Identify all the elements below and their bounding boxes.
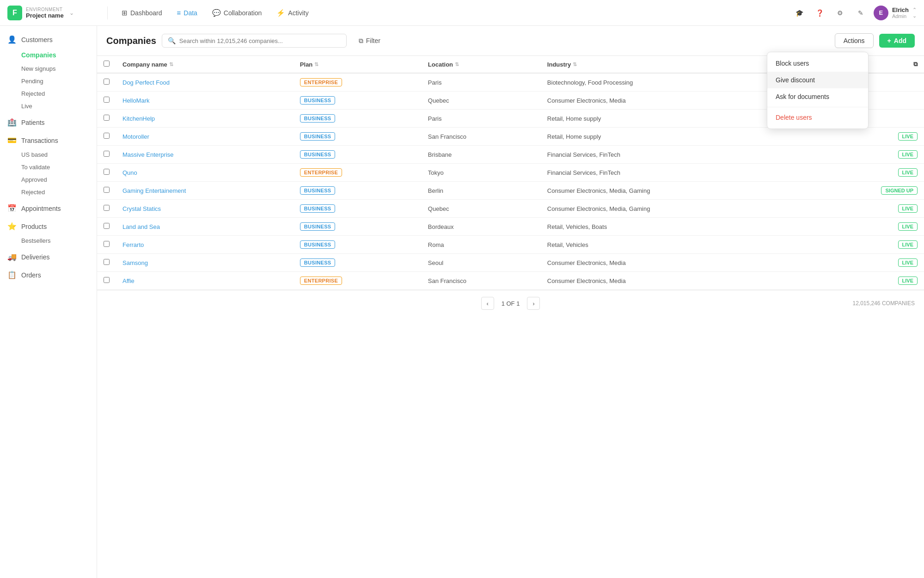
plan-badge: BUSINESS (300, 204, 336, 213)
row-select-checkbox[interactable] (104, 133, 110, 139)
sidebar-section-orders: 📋 Orders (0, 267, 97, 283)
table-row: Affie ENTERPRISE San Francisco Consumer … (97, 272, 924, 290)
plan-badge: BUSINESS (300, 96, 336, 105)
sidebar-item-approved[interactable]: Approved (0, 173, 97, 186)
sidebar-item-orders[interactable]: 📋 Orders (0, 267, 97, 283)
add-button[interactable]: + Add (879, 34, 915, 48)
nav-activity[interactable]: ⚡ Activity (270, 6, 315, 20)
plan-badge: BUSINESS (300, 222, 336, 231)
company-name-cell[interactable]: Quno (116, 164, 294, 182)
company-name-cell[interactable]: Affie (116, 272, 294, 290)
company-name-sort-icon: ⇅ (169, 61, 173, 68)
settings-icon-btn[interactable]: ⚙ (833, 6, 848, 20)
row-select-checkbox[interactable] (104, 205, 110, 211)
header-plan[interactable]: Plan ⇅ (294, 56, 422, 73)
sidebar-item-appointments[interactable]: 📅 Appointments (0, 200, 97, 216)
select-all-checkbox[interactable] (104, 61, 110, 67)
company-name-cell[interactable]: Land and Sea (116, 218, 294, 236)
row-select-checkbox[interactable] (104, 259, 110, 265)
search-box[interactable]: 🔍 (162, 34, 347, 48)
dropdown-item-block-users[interactable]: Block users (767, 55, 868, 72)
actions-button[interactable]: Actions (835, 33, 874, 48)
add-label: Add (894, 37, 906, 44)
plan-cell: BUSINESS (294, 254, 422, 272)
plan-badge: ENTERPRISE (300, 78, 342, 86)
sidebar-item-customers[interactable]: 👤 Customers (0, 31, 97, 48)
brand-chevron-icon[interactable]: ⌄ (69, 10, 74, 16)
row-select-checkbox[interactable] (104, 151, 110, 157)
sidebar-item-companies[interactable]: Companies (0, 48, 97, 62)
sidebar-section-deliveries: 🚚 Deliveries (0, 249, 97, 265)
sidebar-item-deliveries[interactable]: 🚚 Deliveries (0, 249, 97, 265)
row-checkbox (97, 146, 116, 164)
dropdown-item-give-discount[interactable]: Give discount (767, 72, 868, 88)
pagination-prev-button[interactable]: ‹ (481, 297, 494, 310)
sidebar-item-to-validate[interactable]: To validate (0, 161, 97, 173)
status-cell: LIVE (810, 164, 924, 182)
row-select-checkbox[interactable] (104, 241, 110, 247)
sidebar-transactions-label: Transactions (21, 137, 58, 144)
row-select-checkbox[interactable] (104, 187, 110, 193)
nav-collaboration[interactable]: 💬 Collaboration (206, 6, 269, 20)
nav-data-label: Data (184, 9, 197, 17)
industry-cell: Consumer Electronics, Media (541, 272, 810, 290)
user-profile[interactable]: E Elrich Admin ⌃⌄ (874, 6, 917, 20)
company-name-cell[interactable]: HelloMark (116, 92, 294, 110)
sidebar-item-us-based[interactable]: US based (0, 148, 97, 161)
row-select-checkbox[interactable] (104, 277, 110, 283)
graduation-icon-btn[interactable]: 🎓 (792, 6, 807, 20)
sidebar-item-live[interactable]: Live (0, 100, 97, 112)
row-select-checkbox[interactable] (104, 97, 110, 103)
row-checkbox (97, 254, 116, 272)
company-name-cell[interactable]: Ferrarto (116, 236, 294, 254)
dropdown-item-delete-users[interactable]: Delete users (767, 109, 868, 126)
header-location[interactable]: Location ⇅ (422, 56, 541, 73)
header-company-name[interactable]: Company name ⇅ (116, 56, 294, 73)
dropdown-item-ask-documents[interactable]: Ask for documents (767, 88, 868, 105)
nav-data[interactable]: ≡ Data (171, 6, 204, 19)
sidebar-item-new-signups[interactable]: New signups (0, 62, 97, 75)
company-name-cell[interactable]: Gaming Entertainement (116, 182, 294, 200)
company-name-cell[interactable]: Crystal Statics (116, 200, 294, 218)
company-name-cell[interactable]: Massive Enterprise (116, 146, 294, 164)
sidebar-item-products[interactable]: ⭐ Products (0, 218, 97, 234)
sidebar-item-pending[interactable]: Pending (0, 75, 97, 87)
sidebar-section-transactions: 💳 Transactions US based To validate Appr… (0, 132, 97, 198)
filter-button[interactable]: ⧉ Filter (352, 34, 387, 48)
column-filter-icon[interactable]: ⧉ (913, 61, 918, 68)
pagination-next-button[interactable]: › (527, 297, 540, 310)
location-cell: Quebec (422, 200, 541, 218)
sidebar: 👤 Customers Companies New signups Pendin… (0, 26, 97, 578)
row-select-checkbox[interactable] (104, 169, 110, 175)
location-cell: Brisbane (422, 146, 541, 164)
sidebar-item-transactions[interactable]: 💳 Transactions (0, 132, 97, 148)
sidebar-products-label: Products (21, 223, 47, 230)
nav-dashboard[interactable]: ⊞ Dashboard (115, 6, 169, 20)
search-input[interactable] (179, 37, 341, 44)
company-name-cell[interactable]: KitchenHelp (116, 110, 294, 128)
sidebar-item-rejected-customers[interactable]: Rejected (0, 87, 97, 100)
sidebar-item-patients[interactable]: 🏥 Patients (0, 114, 97, 130)
location-cell: Paris (422, 110, 541, 128)
industry-cell: Financial Services, FinTech (541, 146, 810, 164)
row-select-checkbox[interactable] (104, 79, 110, 85)
sidebar-item-rejected-transactions[interactable]: Rejected (0, 186, 97, 198)
help-icon-btn[interactable]: ❓ (813, 6, 827, 20)
brand-icon: F (7, 6, 22, 20)
dropdown-divider (767, 107, 868, 107)
row-select-checkbox[interactable] (104, 115, 110, 121)
row-checkbox (97, 200, 116, 218)
row-select-checkbox[interactable] (104, 223, 110, 229)
sidebar-item-bestsellers[interactable]: Bestsellers (0, 234, 97, 247)
plan-badge: BUSINESS (300, 132, 336, 141)
activity-icon: ⚡ (276, 9, 285, 17)
company-name-cell[interactable]: Dog Perfect Food (116, 73, 294, 92)
company-name-cell[interactable]: Samsong (116, 254, 294, 272)
data-icon: ≡ (177, 9, 181, 17)
status-cell: LIVE (810, 128, 924, 146)
actions-dropdown-menu: Block users Give discount Ask for docume… (767, 52, 869, 129)
company-name-cell[interactable]: Motoroller (116, 128, 294, 146)
user-name: Elrich (892, 6, 909, 13)
edit-icon-btn[interactable]: ✎ (853, 6, 868, 20)
brand-area[interactable]: F ENVIRONMENT Project name ⌄ (7, 6, 100, 20)
